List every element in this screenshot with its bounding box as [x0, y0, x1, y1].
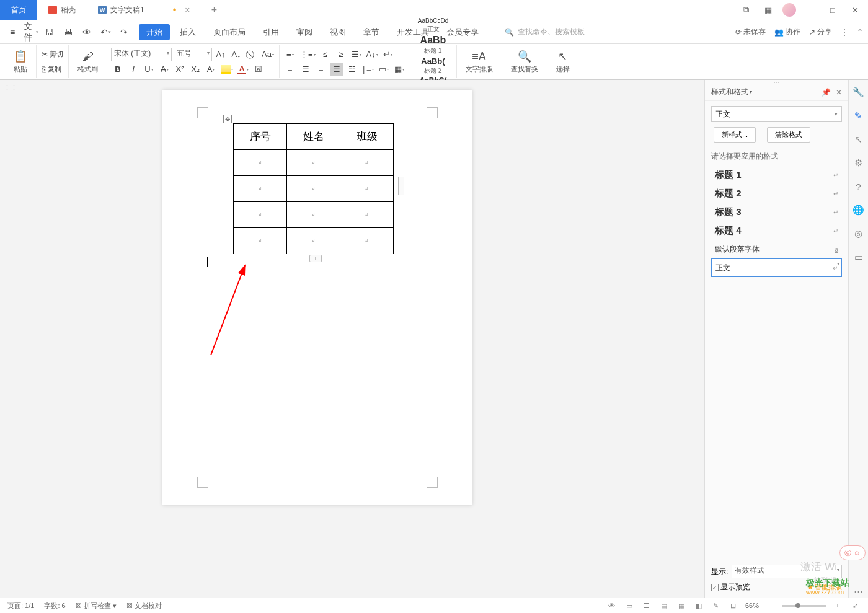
print-preview-icon[interactable]: 👁: [79, 25, 94, 39]
sort-button[interactable]: A↓: [365, 48, 379, 61]
numbering-button[interactable]: ⋮≡: [299, 48, 317, 61]
text-layout-button[interactable]: ≡A文字排版: [461, 45, 498, 78]
text-effect-button[interactable]: A: [204, 63, 218, 76]
eye-icon[interactable]: 👁: [606, 600, 618, 611]
page-indicator[interactable]: 页面: 1/1: [7, 601, 34, 611]
font-color-button[interactable]: A: [236, 63, 250, 76]
grip-icon[interactable]: ⋮⋮: [4, 84, 17, 92]
fit-page-icon[interactable]: ⊡: [728, 600, 739, 611]
tab-insert[interactable]: 插入: [172, 24, 203, 40]
close-tab-icon[interactable]: ×: [185, 5, 190, 15]
table-add-row-button[interactable]: +: [309, 255, 322, 262]
tab-docshell[interactable]: 稻壳: [37, 0, 87, 20]
subscript-button[interactable]: X₂: [188, 63, 202, 76]
style-item-h4[interactable]: 标题 4↵: [711, 221, 842, 240]
multilevel-button[interactable]: ☰: [350, 48, 363, 61]
more-menu-icon[interactable]: ⋮: [841, 28, 848, 37]
new-style-button[interactable]: 新样式...: [714, 127, 756, 143]
align-right-button[interactable]: ≡: [314, 63, 328, 76]
more-tools-icon[interactable]: ⋯: [852, 585, 865, 598]
shrink-font-button[interactable]: A↓: [229, 48, 243, 61]
bullets-button[interactable]: ≡: [283, 48, 297, 61]
zoom-out-button[interactable]: −: [765, 600, 776, 611]
style-item-h2[interactable]: 标题 2↵: [711, 184, 842, 203]
adjust-icon[interactable]: ⚙: [852, 157, 865, 169]
line-spacing-button[interactable]: ‖≡: [361, 63, 375, 76]
collapse-ribbon-icon[interactable]: ⌃: [857, 28, 863, 37]
align-center-button[interactable]: ☰: [299, 63, 312, 76]
maximize-button[interactable]: □: [825, 2, 841, 18]
zoom-slider[interactable]: [782, 605, 826, 607]
tab-pagelayout[interactable]: 页面布局: [206, 24, 253, 40]
table-move-handle[interactable]: ✥: [223, 115, 232, 123]
style-item-h1[interactable]: 标题 1↵: [711, 165, 842, 184]
web-view-icon[interactable]: ▦: [676, 600, 687, 611]
wrench-icon[interactable]: 🔧: [852, 86, 865, 99]
reading-view-icon[interactable]: ▭: [624, 600, 635, 611]
strikethrough-button[interactable]: A̶: [157, 63, 171, 76]
shading-button[interactable]: ▭: [377, 63, 391, 76]
select-button[interactable]: ↖选择: [551, 45, 575, 78]
pointer-icon[interactable]: ↖: [852, 133, 865, 146]
clear-format-button[interactable]: ⃠: [245, 48, 259, 61]
target-icon[interactable]: ◎: [852, 227, 865, 240]
menu-icon[interactable]: ≡: [5, 25, 20, 39]
tab-section[interactable]: 章节: [356, 24, 387, 40]
cut-button[interactable]: ✂剪切: [40, 48, 64, 61]
redo-button[interactable]: ↷: [117, 25, 131, 39]
translate-icon[interactable]: 🌐: [852, 204, 865, 216]
font-name-select[interactable]: 宋体 (正文): [111, 48, 172, 61]
tab-reference[interactable]: 引用: [255, 24, 286, 40]
copy-button[interactable]: ⎘复制: [40, 63, 63, 76]
file-menu[interactable]: 文件: [24, 25, 38, 39]
pin-icon[interactable]: 📌: [822, 88, 831, 97]
style-item-normal[interactable]: 正文↵: [711, 258, 842, 277]
undo-button[interactable]: ↶: [98, 25, 113, 39]
table-cell[interactable]: ↲: [234, 150, 287, 176]
justify-button[interactable]: ☰: [330, 63, 343, 76]
italic-button[interactable]: I: [126, 63, 140, 76]
bold-button[interactable]: B: [111, 63, 125, 76]
doc-proof-toggle[interactable]: ☒ 文档校对: [126, 601, 162, 611]
style-h2[interactable]: AaBb(标题 2: [414, 56, 453, 76]
tab-marks-button[interactable]: ↵: [381, 48, 395, 61]
focus-view-icon[interactable]: ◧: [693, 600, 704, 611]
decrease-indent-button[interactable]: ≤: [319, 48, 332, 61]
style-item-default-font[interactable]: 默认段落字体a: [711, 240, 842, 258]
outline-view-icon[interactable]: ▤: [658, 600, 670, 611]
grow-font-button[interactable]: A↑: [214, 48, 228, 61]
word-count[interactable]: 字数: 6: [44, 601, 65, 611]
style-gallery[interactable]: AaBbCcDd正文 AaBb标题 1 AaBb(标题 2 AaBbC(标题 3…: [410, 45, 457, 78]
table-resize-handle[interactable]: [398, 177, 404, 195]
print-icon[interactable]: 🖶: [61, 25, 76, 39]
superscript-button[interactable]: X²: [173, 63, 187, 76]
style-normal[interactable]: AaBbCcDd正文: [414, 17, 453, 34]
save-icon[interactable]: 🖫: [42, 25, 57, 39]
close-window-button[interactable]: ✕: [847, 2, 863, 18]
font-size-select[interactable]: 五号: [174, 48, 212, 61]
document-canvas[interactable]: ⋮⋮ ✥ 序号姓名班级 ↲↲↲ ↲↲↲ ↲↲↲ ↲↲↲ +: [0, 80, 704, 598]
document-table[interactable]: 序号姓名班级 ↲↲↲ ↲↲↲ ↲↲↲ ↲↲↲: [233, 123, 394, 254]
change-case-button[interactable]: Aa: [260, 48, 275, 61]
preview-checkbox[interactable]: ✓显示预览: [711, 582, 750, 593]
minimize-button[interactable]: —: [802, 2, 818, 18]
spellcheck-toggle[interactable]: ☒ 拼写检查 ▾: [76, 601, 117, 611]
tab-document[interactable]: W 文字文稿1 • ×: [87, 0, 202, 20]
command-search[interactable]: 查找命令、搜索模板: [505, 27, 585, 37]
tab-home[interactable]: 首页: [0, 0, 37, 20]
style-item-h3[interactable]: 标题 3↵: [711, 203, 842, 221]
close-panel-icon[interactable]: ✕: [836, 88, 842, 97]
screen-icon[interactable]: ▭: [852, 251, 865, 263]
unsaved-indicator[interactable]: ⟳未保存: [735, 27, 766, 37]
table-header-1[interactable]: 序号: [234, 124, 287, 150]
table-header-3[interactable]: 班级: [340, 124, 394, 150]
help-icon[interactable]: ?: [852, 180, 865, 193]
pencil-icon[interactable]: ✎: [852, 110, 865, 122]
window-mode-icon[interactable]: ⧉: [738, 2, 754, 18]
apps-icon[interactable]: ▦: [760, 2, 776, 18]
table-header-2[interactable]: 姓名: [287, 124, 340, 150]
format-painter-button[interactable]: 🖌格式刷: [73, 45, 103, 78]
edit-mode-icon[interactable]: ✎: [711, 600, 722, 611]
borders-button[interactable]: ▦: [392, 63, 406, 76]
find-replace-button[interactable]: 🔍查找替换: [506, 45, 543, 78]
